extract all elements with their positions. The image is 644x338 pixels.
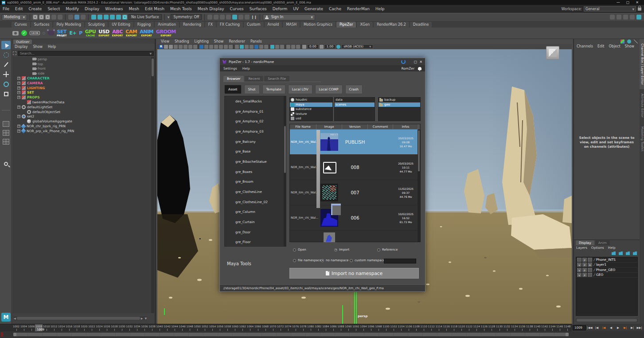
lasso-tool[interactable] xyxy=(1,51,11,59)
outliner-item[interactable]: PROPS xyxy=(13,95,152,100)
timeline-frame-tick[interactable]: 1042 xyxy=(164,324,171,331)
asset-list-item[interactable]: gre_Door xyxy=(225,227,286,237)
asset-list-item[interactable]: gre_Amphora_02 xyxy=(225,116,286,126)
shelf-tool-button[interactable]: SET PROJET xyxy=(57,29,67,37)
timeline-frame-tick[interactable]: 1018 xyxy=(73,324,80,331)
timeline-frame-tick[interactable]: 1088 xyxy=(337,324,344,331)
shelf-tab[interactable]: FX xyxy=(205,22,216,28)
playback-button[interactable]: ▶▶| xyxy=(636,326,643,330)
view-compass-icon[interactable] xyxy=(188,45,192,49)
open-scene-icon[interactable] xyxy=(39,15,44,20)
shelf-tool-button[interactable]: P xyxy=(79,31,82,36)
dcc-list-item[interactable]: texture xyxy=(290,112,332,117)
expand-icon[interactable] xyxy=(17,106,20,109)
shelf-tab[interactable]: Motion Graphics xyxy=(301,22,336,28)
bull-icon[interactable] xyxy=(48,31,54,35)
timeline-frame-tick[interactable]: 1118 xyxy=(450,324,458,331)
shelf-tool-button[interactable]: ANIM EXPORT xyxy=(140,29,153,37)
timeline-frame-tick[interactable]: 1102 xyxy=(390,324,398,331)
subfolder-list-item[interactable]: backup xyxy=(379,98,420,102)
timeline-frame-tick[interactable]: 1148 xyxy=(563,324,571,331)
layer-display-type-toggle[interactable]: R xyxy=(588,263,592,267)
menu-item[interactable]: Help xyxy=(375,7,385,11)
timeline-frame-tick[interactable]: 1132 xyxy=(503,324,511,331)
maximize-icon[interactable]: ▢ xyxy=(626,0,630,4)
layer-new-icon[interactable] xyxy=(626,252,630,255)
layer-editor-tab[interactable]: Display xyxy=(576,240,594,245)
viewport-menu-item[interactable]: Panels xyxy=(250,39,262,43)
timeline-frame-tick[interactable]: 1100 xyxy=(382,324,390,331)
timeline-frame-tick[interactable]: 1064 xyxy=(246,324,254,331)
timeline-frame-tick[interactable]: 1112 xyxy=(428,324,435,331)
dialog-maximize-icon[interactable]: ▢ xyxy=(414,60,418,64)
sign-in-dropdown[interactable]: Sign In▼ xyxy=(263,14,315,20)
timeline-frame-tick[interactable]: 1140 xyxy=(533,324,541,331)
shelf-tab[interactable]: FX Caching xyxy=(217,22,243,28)
select-object-icon[interactable] xyxy=(74,15,79,20)
chevron-down-icon[interactable]: ▼ xyxy=(168,16,170,19)
layer-new-from-selected-icon[interactable] xyxy=(633,252,637,255)
menu-item[interactable]: Surfaces xyxy=(250,7,267,11)
side-tab[interactable]: Attribute Editor xyxy=(640,89,644,122)
outliner-item[interactable]: tweenMachineData xyxy=(13,100,152,105)
timeline-frame-tick[interactable]: 1040 xyxy=(156,324,164,331)
pencil-icon[interactable] xyxy=(634,39,638,43)
bookmark-icon[interactable] xyxy=(179,45,183,49)
asset-list-item[interactable]: des_SmallRocks xyxy=(225,96,286,106)
layer-row[interactable]: V P / GEO xyxy=(576,273,637,278)
timeline-frame-tick[interactable]: 1038 xyxy=(148,324,156,331)
layer-visibility-toggle[interactable] xyxy=(577,258,582,262)
wireframe-icon[interactable] xyxy=(235,45,239,49)
layer-visibility-toggle[interactable]: V xyxy=(577,268,582,272)
gamma-field[interactable]: 1.00 xyxy=(324,44,336,49)
shelf-tab[interactable]: UV Editing xyxy=(109,22,133,28)
dialog-titlebar[interactable]: PipeZer - 1.7 - nordicPhone ▢ ✕ xyxy=(220,58,425,65)
outliner-item[interactable]: persp xyxy=(13,57,152,62)
channel-box-menu-item[interactable]: Edit xyxy=(597,44,605,48)
timeline-frame-tick[interactable]: 1044 xyxy=(171,324,179,331)
timeline-frame-tick[interactable]: 1022 xyxy=(88,324,95,331)
colorspace-dropdown[interactable]: sRGB (ACES)▼ xyxy=(341,44,373,49)
range-slider[interactable] xyxy=(0,331,644,338)
timeline-frame-tick[interactable]: 1024 xyxy=(95,324,103,331)
outliner-item[interactable]: defaultLightSet xyxy=(13,105,152,110)
timeline-frame-tick[interactable]: 1138 xyxy=(526,324,533,331)
timeline-frame-tick[interactable]: 1072 xyxy=(277,324,284,331)
cache-chip-icon[interactable]: CACHE xyxy=(30,31,40,35)
paint-select-tool[interactable] xyxy=(1,60,11,69)
current-frame-field[interactable]: 1009 xyxy=(573,325,586,330)
render-sequence-icon[interactable] xyxy=(238,15,243,20)
timeline-frame-tick[interactable]: 1070 xyxy=(269,324,277,331)
timeline-frame-tick[interactable]: 1002 xyxy=(12,324,20,331)
category-button[interactable]: Shot xyxy=(244,85,260,94)
timeline-frame-tick[interactable]: 1004 xyxy=(20,324,27,331)
timeline-frame-tick[interactable]: 1090 xyxy=(344,324,352,331)
dialog-tab[interactable]: Browser xyxy=(223,76,244,82)
asset-list-scrollbar[interactable] xyxy=(284,96,286,247)
textured-icon[interactable] xyxy=(245,45,249,49)
layer-editor-menu-item[interactable]: Options xyxy=(591,246,604,250)
time-slider-ticks[interactable]: 1002100410061008101010121014101610181020… xyxy=(12,324,571,331)
menu-item[interactable]: UV xyxy=(293,7,299,11)
asset-list-item[interactable]: gre_BibocheStatue xyxy=(225,157,286,167)
timeline-frame-tick[interactable]: 1032 xyxy=(125,324,133,331)
dcc-list-item[interactable]: usd xyxy=(290,116,332,121)
rotate-tool[interactable] xyxy=(1,80,11,88)
layer-playback-toggle[interactable]: P xyxy=(582,258,587,262)
radio-icon[interactable] xyxy=(293,248,296,252)
timeline-frame-tick[interactable]: 1074 xyxy=(284,324,292,331)
gate-mask-icon[interactable] xyxy=(214,45,218,49)
layer-visibility-toggle[interactable]: V xyxy=(577,263,582,267)
snap-view-plane-icon[interactable] xyxy=(116,15,121,20)
outliner-item[interactable]: SET xyxy=(13,90,152,95)
shelf-tab[interactable]: Sculpting xyxy=(85,22,108,28)
column-header[interactable]: Comment xyxy=(368,124,393,130)
timeline-frame-tick[interactable]: 1128 xyxy=(488,324,496,331)
shelf-tab[interactable]: Curves xyxy=(12,22,30,28)
view-cube[interactable] xyxy=(546,46,559,59)
category-button[interactable]: Local COMP xyxy=(315,85,343,94)
timeline-frame-tick[interactable]: 1146 xyxy=(556,324,563,331)
outliner-item[interactable]: LIGHTING xyxy=(13,86,152,90)
isolate-select-icon[interactable] xyxy=(270,45,274,49)
outliner-menu-item[interactable]: Show xyxy=(33,45,43,49)
